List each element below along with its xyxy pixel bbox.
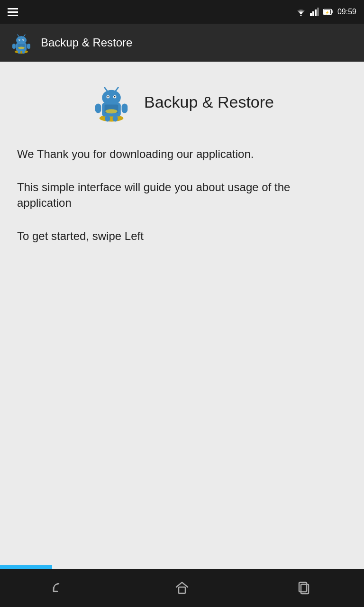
back-button[interactable] [42, 574, 80, 602]
paragraph-2: This simple interface will guide you abo… [17, 179, 347, 211]
svg-point-30 [114, 96, 116, 98]
svg-rect-4 [317, 8, 319, 16]
svg-point-23 [18, 47, 25, 49]
app-bar: Backup & Restore [0, 24, 364, 62]
wifi-icon [296, 8, 306, 16]
svg-point-0 [300, 15, 301, 17]
svg-line-16 [18, 35, 19, 37]
svg-rect-20 [18, 50, 21, 54]
app-bar-title: Backup & Restore [41, 36, 132, 49]
svg-rect-33 [95, 104, 101, 113]
hero-icon [90, 81, 133, 123]
svg-rect-6 [332, 10, 333, 13]
battery-icon: ⚡ [323, 8, 334, 16]
svg-rect-36 [113, 116, 118, 122]
svg-line-17 [24, 35, 25, 37]
status-bar: ⚡ 09:59 [0, 0, 364, 24]
svg-rect-1 [310, 13, 312, 16]
status-time: 09:59 [337, 8, 356, 16]
svg-rect-39 [179, 587, 185, 593]
main-content: Backup & Restore We Thank you for downlo… [0, 62, 364, 565]
menu-icon [8, 8, 18, 16]
svg-point-29 [107, 96, 109, 98]
svg-rect-35 [105, 116, 110, 122]
svg-line-31 [105, 87, 107, 91]
svg-rect-18 [12, 44, 16, 49]
hero-section: Backup & Restore [17, 81, 347, 123]
recents-button[interactable] [284, 574, 322, 602]
svg-line-32 [116, 87, 118, 91]
signal-icon [310, 8, 319, 16]
svg-point-14 [19, 39, 20, 40]
svg-rect-3 [315, 9, 317, 16]
svg-rect-2 [312, 11, 314, 16]
back-nav-icon [51, 581, 70, 595]
recents-nav-icon [295, 579, 312, 597]
paragraph-1: We Thank you for downloading our applica… [17, 146, 347, 162]
svg-point-26 [102, 90, 121, 105]
svg-rect-34 [122, 104, 128, 113]
svg-point-15 [23, 39, 24, 40]
home-nav-icon [173, 579, 191, 597]
svg-text:⚡: ⚡ [325, 10, 329, 15]
hero-title: Backup & Restore [144, 93, 274, 111]
svg-rect-21 [22, 50, 25, 54]
app-bar-icon [9, 31, 33, 55]
nav-bar [0, 569, 364, 607]
tab-indicator [0, 565, 364, 569]
active-tab-dot [0, 565, 52, 569]
paragraph-3: To get started, swipe Left [17, 228, 347, 244]
svg-point-11 [16, 36, 27, 45]
svg-rect-19 [27, 44, 30, 49]
svg-point-38 [105, 109, 117, 113]
description-area: We Thank you for downloading our applica… [17, 146, 347, 546]
home-button[interactable] [163, 574, 201, 602]
